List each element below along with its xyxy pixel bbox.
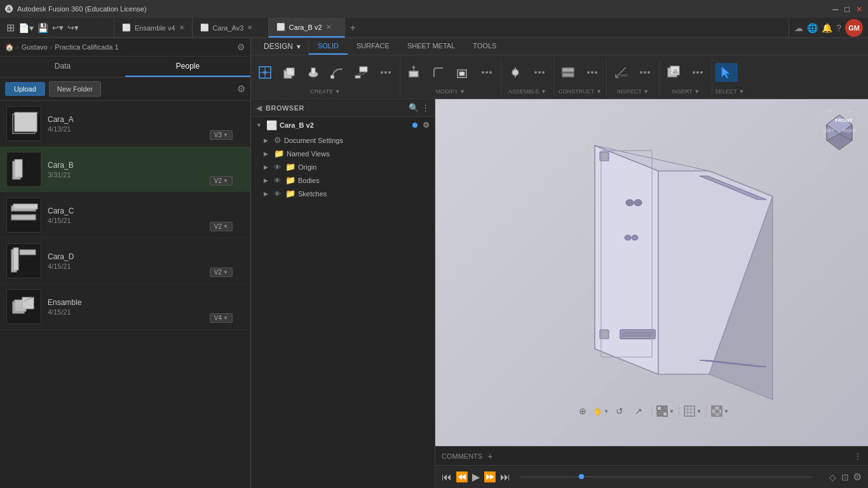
file-item-cara-c[interactable]: Cara_C 4/15/21 V2 ▼ — [0, 193, 250, 238]
select-button[interactable] — [715, 63, 738, 82]
tab-ensamble[interactable]: ⬜ Ensamble v4 ✕ — [114, 18, 193, 37]
view-cube[interactable]: FRONT LEFT RIGHT — [817, 105, 862, 150]
new-folder-button[interactable]: New Folder — [49, 81, 101, 97]
toolbar-tab-sheet-metal[interactable]: SHEET METAL — [398, 38, 464, 55]
look-at-button[interactable]: ↗ — [630, 403, 647, 419]
tab-cara-av3-close[interactable]: ✕ — [247, 24, 252, 31]
breadcrumb-project[interactable]: Practica Calificada 1 — [55, 43, 118, 51]
comments-expand-icon[interactable]: ⋮ — [854, 452, 862, 461]
anim-start-button[interactable]: ⏮ — [442, 471, 452, 483]
anim-next-button[interactable]: ⏩ — [484, 471, 496, 483]
tab-cara-bv2[interactable]: ⬜ Cara_B v2 ✕ — [269, 18, 345, 37]
file-version-ensamble[interactable]: V4 ▼ — [210, 313, 233, 323]
press-pull-button[interactable] — [403, 63, 426, 82]
anim-end-button[interactable]: ⏭ — [500, 471, 510, 483]
modify-more-button[interactable] — [475, 63, 498, 82]
minimize-button[interactable]: ─ — [832, 4, 838, 14]
design-mode-button[interactable]: DESIGN ▼ — [257, 38, 309, 55]
upload-button[interactable]: Upload — [5, 82, 45, 96]
inspect-more-button[interactable] — [634, 63, 656, 82]
breadcrumb-user[interactable]: Gustavo — [22, 43, 48, 51]
grid-dropdown[interactable]: ▼ — [684, 405, 702, 417]
insert-image-button[interactable] — [662, 63, 685, 82]
notification-icon[interactable]: 🔔 — [822, 23, 832, 33]
help-icon[interactable]: ? — [836, 23, 841, 33]
create-sketch-button[interactable] — [254, 63, 276, 82]
file-item-ensamble[interactable]: Ensamble 4/15/21 V4 ▼ — [0, 284, 250, 330]
loft-button[interactable] — [350, 63, 373, 82]
file-name-cara-d: Cara_D — [48, 252, 244, 261]
comments-add-button[interactable]: + — [487, 451, 492, 461]
add-tab-button[interactable]: + — [345, 18, 361, 37]
browser-collapse-icon[interactable]: ◀ — [256, 104, 262, 112]
breadcrumb-home[interactable]: 🏠 — [5, 43, 14, 51]
toolbar-tab-surface[interactable]: SURFACE — [348, 38, 398, 55]
file-item-cara-b[interactable]: Cara_B 3/31/21 V2 ▼ — [0, 147, 250, 193]
file-menu-icon[interactable]: 📄▾ — [18, 23, 34, 33]
sweep-button[interactable] — [326, 63, 349, 82]
environment-dropdown[interactable]: ▼ — [711, 405, 729, 417]
viewport[interactable]: FRONT LEFT RIGHT — [435, 99, 868, 446]
anim-prev-button[interactable]: ⏪ — [456, 471, 468, 483]
joint-button[interactable] — [504, 63, 527, 82]
animation-settings-icon[interactable]: ⚙ — [853, 471, 862, 483]
browser-folder-origin-icon: 📁 — [285, 162, 295, 172]
user-area[interactable]: ⊞ 📄▾ 💾 ↩▾ ↪▾ — [0, 18, 114, 37]
anim-mode-icon[interactable]: ⊡ — [841, 472, 849, 482]
keyframe-icon[interactable]: ◇ — [829, 472, 836, 482]
save-icon[interactable]: 💾 — [37, 23, 48, 33]
browser-item-named-views[interactable]: ▶ 📁 Named Views — [251, 147, 435, 160]
redo-icon[interactable]: ↪▾ — [67, 23, 79, 32]
orbit-button[interactable]: ↺ — [611, 403, 628, 419]
breadcrumb-settings-icon[interactable]: ⚙ — [237, 42, 245, 52]
create-more-button[interactable] — [374, 63, 397, 82]
panel-tab-data[interactable]: Data — [0, 57, 125, 77]
file-version-cara-d[interactable]: V2 ▼ — [210, 268, 233, 277]
extrude-button[interactable] — [278, 63, 301, 82]
browser-item-bodies[interactable]: ▶ 👁 📁 Bodies — [251, 173, 435, 187]
file-version-cara-a[interactable]: V3 ▼ — [210, 130, 233, 140]
close-button[interactable]: ✕ — [856, 4, 863, 14]
browser-item-origin[interactable]: ▶ 👁 📁 Origin — [251, 160, 435, 173]
toolbar-tab-tools[interactable]: TOOLS — [464, 38, 505, 55]
anim-play-button[interactable]: ▶ — [472, 471, 480, 483]
browser-bodies-eye-icon[interactable]: 👁 — [274, 177, 283, 184]
tab-ensamble-close[interactable]: ✕ — [179, 24, 184, 31]
browser-root-settings-icon[interactable]: ⚙ — [423, 121, 430, 130]
browser-options-icon[interactable]: ⋮ — [421, 103, 430, 112]
insert-more-button[interactable] — [686, 63, 709, 82]
animation-playhead[interactable] — [579, 474, 584, 479]
construct-more-button[interactable] — [581, 63, 604, 82]
browser-document-settings-arrow-icon: ▶ — [264, 137, 271, 144]
fit-view-button[interactable]: ⊕ — [574, 403, 591, 419]
toolbar-tab-solid[interactable]: SOLID — [309, 38, 348, 55]
browser-origin-eye-icon[interactable]: 👁 — [274, 163, 283, 171]
tab-cara-av3[interactable]: ⬜ Cara_Av3 ✕ — [193, 18, 269, 37]
animation-timeline[interactable] — [520, 476, 813, 478]
panel-settings-icon[interactable]: ⚙ — [237, 83, 245, 95]
browser-item-document-settings[interactable]: ▶ ⚙ Document Settings — [251, 133, 435, 147]
browser-folder-sketches-icon: 📁 — [285, 189, 295, 198]
browser-root-item[interactable]: ▼ ⬜ Cara_B v2 ⚙ — [251, 117, 435, 133]
pan-dropdown[interactable]: 🖐 ▼ — [593, 407, 609, 416]
panel-tab-people[interactable]: People — [125, 57, 250, 77]
browser-item-sketches[interactable]: ▶ 👁 📁 Sketches — [251, 187, 435, 200]
revolve-button[interactable] — [302, 63, 325, 82]
browser-sketches-eye-icon[interactable]: 👁 — [274, 190, 283, 198]
file-version-cara-c[interactable]: V2 ▼ — [210, 222, 233, 231]
display-mode-dropdown[interactable]: ▼ — [656, 405, 674, 417]
file-version-cara-b[interactable]: V2 ▼ — [210, 176, 233, 186]
tab-cara-bv2-close[interactable]: ✕ — [326, 24, 331, 30]
offset-plane-button[interactable] — [557, 63, 580, 82]
fillet-button[interactable] — [427, 63, 450, 82]
maximize-button[interactable]: □ — [844, 4, 850, 14]
shell-button[interactable] — [451, 63, 474, 82]
assemble-more-button[interactable] — [528, 63, 551, 82]
file-item-cara-d[interactable]: Cara_D 4/15/21 V2 ▼ — [0, 238, 250, 284]
toolbar-section-create: CREATE ▼ — [251, 58, 400, 96]
user-avatar[interactable]: GM — [845, 19, 863, 37]
measure-button[interactable]: mm — [609, 63, 632, 82]
undo-icon[interactable]: ↩▾ — [52, 23, 64, 32]
file-item-cara-a[interactable]: Cara_A 4/13/21 V3 ▼ — [0, 101, 250, 147]
browser-search-icon[interactable]: 🔍 — [409, 103, 419, 112]
